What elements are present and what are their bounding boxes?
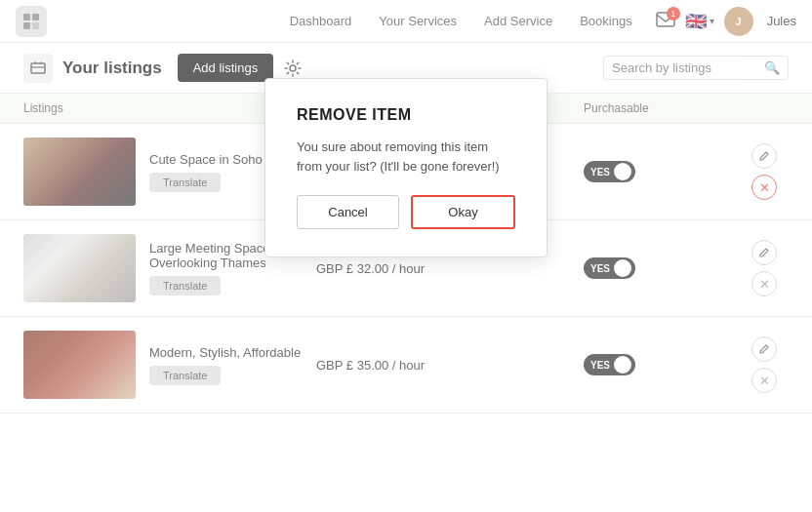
listing-name-0: Cute Space in Soho [149,152,263,167]
username[interactable]: Jules [767,14,796,28]
search-input[interactable] [612,60,764,75]
nav-add-service[interactable]: Add Service [484,14,552,28]
chevron-down-icon: ▾ [710,16,714,26]
listing-info-2: Modern, Stylish, Affordable Translate [23,331,316,399]
edit-button-0[interactable] [751,143,777,169]
translate-button-1[interactable]: Translate [149,276,221,295]
delete-button-0[interactable]: ✕ [751,175,777,200]
col-purchasable: Purchasable [584,101,740,115]
purchasable-toggle-2[interactable]: YES [584,354,635,375]
translate-button-0[interactable]: Translate [149,173,221,192]
mail-button[interactable]: 1 [656,12,675,30]
svg-rect-2 [23,22,30,29]
nav-dashboard[interactable]: Dashboard [290,14,352,28]
flag-icon: 🇬🇧 [685,11,707,32]
nav-bookings[interactable]: Bookings [580,14,631,28]
remove-item-modal: REMOVE ITEM You sure about removing this… [264,78,548,257]
listing-text-2: Modern, Stylish, Affordable Translate [149,345,301,385]
listing-name-2: Modern, Stylish, Affordable [149,345,301,360]
modal-body: You sure about removing this item from y… [297,138,515,176]
translate-button-2[interactable]: Translate [149,366,221,385]
nav-your-services[interactable]: Your Services [379,14,457,28]
toggle-knob-2 [614,356,631,374]
purchasable-toggle-0[interactable]: YES [584,161,635,182]
toggle-yes-label-2: YES [590,360,610,371]
edit-button-2[interactable] [751,336,777,362]
listing-text-0: Cute Space in Soho Translate [149,152,263,192]
toggle-knob-0 [614,163,631,180]
language-selector[interactable]: 🇬🇧 ▾ [685,11,714,32]
logo[interactable] [16,6,51,37]
purchasable-cell-1: YES [584,257,740,279]
modal-title: REMOVE ITEM [297,106,515,124]
cancel-button[interactable]: Cancel [297,195,399,229]
x-icon: ✕ [759,374,770,388]
col-actions [740,101,789,115]
purchasable-cell-2: YES [584,354,740,375]
logo-icon [16,6,47,37]
page-icon [23,54,53,83]
listing-image-2 [23,331,136,399]
mail-badge: 1 [667,7,680,20]
search-box: 🔍 [603,56,789,80]
svg-rect-5 [31,63,45,73]
svg-rect-0 [23,14,30,20]
x-icon: ✕ [759,277,770,292]
purchasable-cell-0: YES [584,161,740,182]
svg-rect-3 [32,22,39,29]
okay-button[interactable]: Okay [411,195,515,229]
page-title: Your listings [62,59,162,78]
delete-button-2[interactable]: ✕ [751,368,777,393]
action-cell-1: ✕ [740,240,789,296]
modal-buttons: Cancel Okay [297,195,515,229]
toggle-yes-label-0: YES [590,167,610,177]
svg-rect-1 [32,14,39,20]
top-nav: Dashboard Your Services Add Service Book… [0,0,812,43]
toggle-yes-label-1: YES [590,263,610,274]
svg-point-6 [290,65,296,71]
delete-button-1[interactable]: ✕ [751,271,777,296]
toggle-knob-1 [614,259,631,277]
price-cell-1: GBP £ 32.00 / hour [316,261,584,276]
add-listings-button[interactable]: Add listings [178,54,273,82]
listing-row: Modern, Stylish, Affordable Translate GB… [0,317,812,414]
edit-button-1[interactable] [751,240,777,265]
listing-image-1 [23,234,136,302]
action-cell-2: ✕ [740,336,789,393]
avatar[interactable]: J [724,7,753,36]
price-cell-2: GBP £ 35.00 / hour [316,358,584,373]
search-icon: 🔍 [764,60,780,75]
nav-icons: 1 🇬🇧 ▾ J Jules [656,7,796,36]
listing-image-0 [23,138,136,206]
purchasable-toggle-1[interactable]: YES [584,257,635,279]
nav-links: Dashboard Your Services Add Service Book… [290,14,632,28]
settings-icon-button[interactable] [283,59,303,78]
action-cell-0: ✕ [740,143,789,200]
x-icon: ✕ [759,180,770,195]
